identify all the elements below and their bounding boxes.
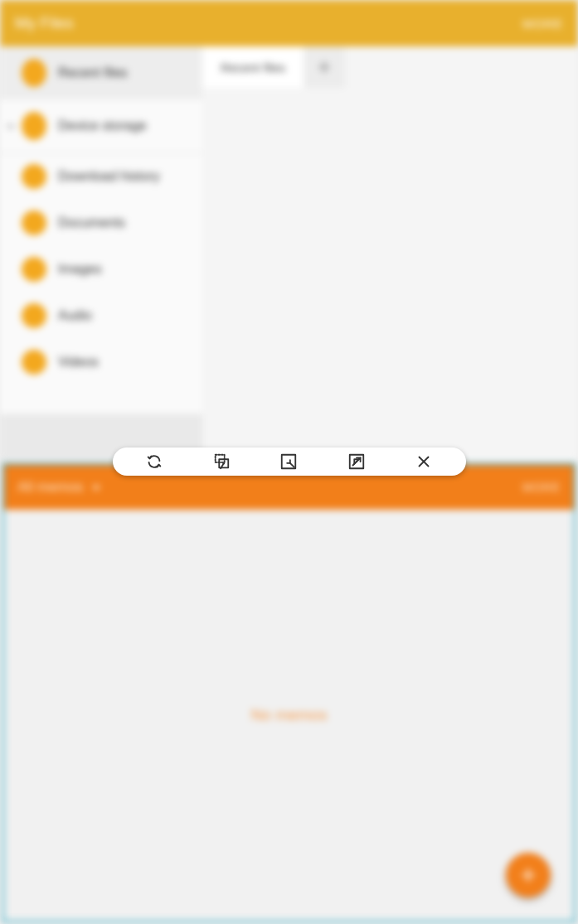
- sidebar-item-label: Images: [58, 262, 101, 277]
- rotate-layout-button[interactable]: [137, 447, 172, 476]
- plus-icon: [317, 60, 332, 75]
- image-icon: [22, 257, 46, 282]
- files-main-area: Recent files: [202, 46, 578, 461]
- files-more-button[interactable]: MORE: [522, 17, 563, 31]
- caret-down-icon: [92, 486, 100, 491]
- sidebar-item-label: Download history: [58, 169, 160, 184]
- sidebar-item-label: Documents: [58, 215, 125, 230]
- maximize-window-button[interactable]: [339, 447, 374, 476]
- rotate-icon: [145, 452, 163, 471]
- files-sidebar: Recent files Device storage Download his…: [0, 46, 202, 461]
- sidebar-item-audio[interactable]: Audio: [0, 293, 202, 339]
- drag-window-icon: [212, 452, 231, 471]
- plus-icon: [519, 866, 537, 884]
- memo-category-dropdown[interactable]: All memos: [17, 479, 100, 496]
- swap-drag-button[interactable]: [204, 447, 239, 476]
- sidebar-item-label: Device storage: [58, 119, 147, 133]
- minimize-window-button[interactable]: [271, 447, 306, 476]
- download-icon: [22, 164, 46, 189]
- phone-icon: [22, 112, 46, 140]
- multiwindow-toolbar: [113, 447, 466, 476]
- sidebar-item-videos[interactable]: Videos: [0, 339, 202, 385]
- memo-more-button[interactable]: MORE: [522, 481, 561, 494]
- sidebar-item-label: Audio: [58, 308, 92, 323]
- svg-line-8: [290, 463, 294, 467]
- expand-icon: [347, 452, 366, 471]
- document-icon: [22, 210, 46, 235]
- tab-recent-files[interactable]: Recent files: [202, 46, 304, 88]
- new-tab-button[interactable]: [304, 46, 345, 88]
- close-icon: [415, 452, 433, 471]
- sidebar-item-label: Recent files: [58, 65, 128, 80]
- tab-label: Recent files: [221, 60, 285, 75]
- sidebar-item-recent-files[interactable]: Recent files: [0, 46, 202, 99]
- audio-icon: [22, 303, 46, 328]
- sidebar-item-download-history[interactable]: Download history: [0, 153, 202, 200]
- sidebar-item-documents[interactable]: Documents: [0, 200, 202, 246]
- files-app-title: My Files: [15, 14, 74, 32]
- sidebar-item-images[interactable]: Images: [0, 246, 202, 293]
- chevron-down-icon: [5, 120, 17, 132]
- empty-state-text: No memos: [251, 706, 328, 724]
- sidebar-item-label: Videos: [58, 355, 99, 370]
- files-app-body: Recent files Device storage Download his…: [0, 46, 578, 461]
- files-app-topbar: My Files MORE: [0, 0, 578, 46]
- sidebar-item-device-storage[interactable]: Device storage: [0, 99, 202, 152]
- files-tab-row: Recent files: [202, 46, 578, 88]
- shrink-icon: [279, 452, 298, 471]
- clock-icon: [22, 59, 46, 87]
- memo-app-window[interactable]: All memos MORE No memos: [2, 463, 576, 922]
- video-icon: [22, 350, 46, 375]
- memo-body: No memos: [4, 510, 574, 921]
- close-window-button[interactable]: [406, 447, 441, 476]
- memo-dropdown-label: All memos: [17, 479, 83, 495]
- add-memo-fab[interactable]: [506, 853, 551, 897]
